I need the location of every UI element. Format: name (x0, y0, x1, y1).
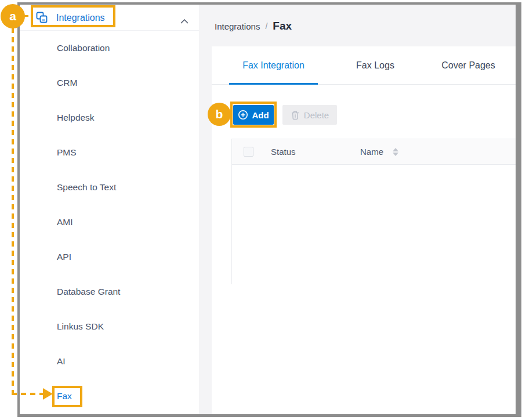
annotation-badge-a: a (1, 4, 25, 28)
sidebar-item-label: Linkus SDK (57, 321, 104, 332)
sidebar-item-label: Helpdesk (57, 113, 95, 123)
window-frame-right (516, 2, 521, 417)
select-all-checkbox[interactable] (244, 147, 253, 157)
breadcrumb: Integrations / Fax (215, 19, 292, 34)
sidebar-item-label: Speech to Text (57, 182, 116, 193)
sidebar-item-label: PMS (57, 147, 77, 158)
sidebar-item-label: AMI (57, 217, 73, 227)
sidebar-item-label: AI (57, 356, 66, 367)
sidebar-item-ai[interactable]: AI (20, 344, 199, 379)
sidebar-item-ami[interactable]: AMI (20, 205, 199, 240)
caret-down-icon (393, 153, 398, 156)
table-header: Status Name (232, 139, 516, 165)
sidebar-item-collaboration[interactable]: Collaboration (20, 31, 199, 66)
sidebar-item-speech-to-text[interactable]: Speech to Text (20, 170, 199, 205)
sidebar-item-linkus-sdk[interactable]: Linkus SDK (20, 309, 199, 344)
sidebar-submenu: Collaboration CRM Helpdesk PMS Speech to… (20, 31, 199, 414)
sidebar-item-pms[interactable]: PMS (20, 135, 199, 170)
fax-table: Status Name (231, 139, 516, 284)
annotation-dashed-line-horizontal (12, 393, 44, 395)
annotation-highlight-fax (52, 386, 82, 407)
delete-button[interactable]: Delete (282, 105, 337, 125)
trash-icon (291, 110, 300, 120)
chevron-up-icon (180, 16, 188, 20)
tab-fax-logs[interactable]: Fax Logs (343, 46, 407, 85)
sidebar: Integrations Collaboration CRM Helpdesk … (20, 5, 199, 414)
sidebar-item-label: API (57, 252, 71, 262)
annotation-arrow-icon (43, 388, 53, 400)
page-title: Fax (273, 20, 292, 32)
sidebar-item-helpdesk[interactable]: Helpdesk (20, 100, 199, 135)
tab-fax-integration[interactable]: Fax Integration (229, 46, 318, 85)
annotation-dashed-line-vertical (12, 28, 14, 394)
table-body-empty (232, 165, 516, 284)
sort-toggle-icon[interactable] (393, 147, 398, 157)
annotation-highlight-integrations (31, 5, 115, 27)
window-frame-bottom (17, 414, 521, 417)
sidebar-item-database-grant[interactable]: Database Grant (20, 274, 199, 309)
column-header-status: Status (271, 139, 296, 165)
tab-cover-pages[interactable]: Cover Pages (429, 46, 507, 85)
annotation-highlight-add (230, 102, 277, 128)
sidebar-item-label: Collaboration (57, 43, 110, 53)
active-tab-underline (229, 83, 318, 85)
caret-up-icon (393, 148, 398, 151)
sidebar-item-api[interactable]: API (20, 240, 199, 274)
app-window: Integrations Collaboration CRM Helpdesk … (0, 0, 522, 420)
sidebar-item-label: CRM (57, 78, 77, 88)
sidebar-item-label: Database Grant (57, 287, 120, 297)
delete-button-label: Delete (304, 110, 329, 120)
breadcrumb-section[interactable]: Integrations (215, 21, 260, 31)
sidebar-item-crm[interactable]: CRM (20, 66, 199, 100)
annotation-badge-b: b (208, 103, 231, 126)
breadcrumb-separator: / (265, 21, 267, 31)
tab-bar: Fax Integration Fax Logs Cover Pages (212, 46, 516, 85)
column-header-name: Name (360, 139, 383, 165)
